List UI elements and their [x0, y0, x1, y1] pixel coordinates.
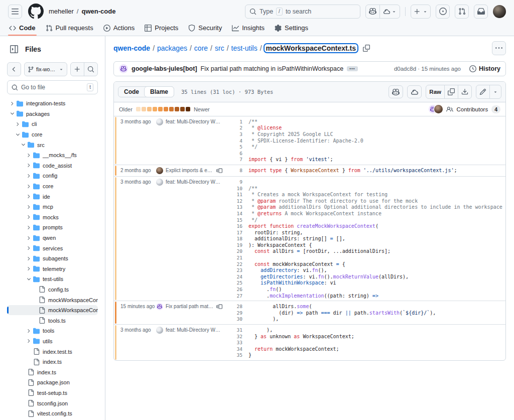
contributors-label[interactable]: Contributors	[457, 106, 488, 112]
tree-folder-ide[interactable]: ide	[7, 191, 98, 202]
breadcrumb-segment-core[interactable]: core	[194, 44, 208, 52]
line-number[interactable]: 8	[225, 168, 248, 173]
line-number[interactable]: 24	[225, 274, 248, 279]
chevron-right-icon[interactable]	[26, 204, 32, 210]
line-number[interactable]: 35	[225, 352, 248, 358]
pull-requests-button[interactable]	[455, 5, 469, 19]
line-number[interactable]: 25	[225, 280, 248, 286]
copilot-button[interactable]	[366, 5, 379, 18]
tree-file-test-setup.ts[interactable]: test-setup.ts	[7, 388, 98, 398]
edit-menu-button[interactable]	[489, 85, 501, 98]
new-file-button[interactable]	[71, 63, 84, 76]
tab-code[interactable]: Code	[5, 21, 40, 36]
breadcrumb-segment-test-utils[interactable]: test-utils	[231, 44, 258, 52]
tree-folder-tools[interactable]: tools	[7, 326, 98, 336]
tree-folder-test-utils[interactable]: test-utils	[7, 274, 98, 285]
edit-button[interactable]	[476, 85, 489, 98]
tree-folder-qwen[interactable]: qwen	[7, 233, 98, 243]
chevron-right-icon[interactable]	[26, 266, 32, 271]
chevron-right-icon[interactable]	[10, 101, 15, 106]
chevron-right-icon[interactable]	[26, 235, 32, 241]
tree-folder-code_assist[interactable]: code_assist	[7, 161, 98, 171]
inbox-button[interactable]	[474, 5, 488, 19]
tree-folder-core[interactable]: core	[7, 129, 98, 140]
tab-pull-requests[interactable]: Pull requests	[42, 21, 97, 36]
raw-button[interactable]: Raw	[426, 85, 444, 98]
tree-file-tools.ts[interactable]: tools.ts	[7, 315, 98, 326]
line-number[interactable]: 1	[225, 119, 248, 124]
code-tab[interactable]: Code	[118, 87, 145, 97]
tree-file-index.ts[interactable]: index.ts	[7, 367, 98, 377]
back-button[interactable]	[7, 62, 21, 76]
tree-folder-cli[interactable]: cli	[7, 119, 98, 129]
blame-commit-message[interactable]: feat: Multi-Directory Workspace ...	[166, 327, 222, 334]
commit-author-avatar[interactable]	[119, 64, 128, 73]
more-options-button[interactable]	[492, 41, 506, 55]
chevron-right-icon[interactable]	[26, 328, 32, 334]
chevron-down-icon[interactable]	[26, 276, 32, 282]
line-number[interactable]: 32	[225, 334, 248, 339]
line-number[interactable]: 6	[225, 151, 248, 156]
chevron-down-icon[interactable]	[10, 111, 15, 116]
commit-details-toggle[interactable]: •••	[347, 66, 357, 71]
line-number[interactable]: 15	[225, 217, 248, 223]
line-number[interactable]: 22	[225, 261, 248, 267]
chevron-right-icon[interactable]	[26, 163, 32, 168]
blame-author-avatar[interactable]	[156, 303, 163, 310]
open-with-button[interactable]	[407, 85, 422, 98]
contributor-avatar-user[interactable]	[434, 105, 443, 113]
tree-folder-integration-tests[interactable]: integration-tests	[7, 98, 98, 109]
line-number[interactable]: 2	[225, 125, 248, 130]
line-number[interactable]: 34	[225, 346, 248, 352]
tree-file-tsconfig.json[interactable]: tsconfig.json	[7, 398, 98, 408]
line-number[interactable]: 9	[225, 179, 248, 185]
chevron-right-icon[interactable]	[26, 153, 32, 158]
global-search-input[interactable]: Type / to search	[245, 5, 360, 19]
tree-folder-__mocks__/fs[interactable]: __mocks__/fs	[7, 150, 98, 161]
blame-commit-message[interactable]: Explict imports & exports with...	[166, 167, 214, 174]
line-number[interactable]: 27	[225, 293, 248, 299]
chevron-right-icon[interactable]	[26, 214, 32, 220]
line-number[interactable]: 21	[225, 255, 248, 260]
line-number[interactable]: 17	[225, 230, 248, 235]
tree-folder-utils[interactable]: utils	[7, 336, 98, 347]
tab-projects[interactable]: Projects	[141, 21, 182, 36]
breadcrumb-root[interactable]: qwen-code	[113, 44, 150, 52]
chevron-right-icon[interactable]	[26, 173, 32, 179]
chevron-right-icon[interactable]	[26, 225, 32, 230]
line-number[interactable]: 30	[225, 316, 248, 322]
context-owner-link[interactable]: meheller	[49, 8, 74, 15]
go-to-file-input[interactable]: Go to file t	[7, 80, 98, 94]
blame-commit-message[interactable]: feat: Multi-Directory Workspace ...	[166, 179, 222, 186]
create-new-button[interactable]	[411, 5, 431, 19]
breadcrumb-segment-packages[interactable]: packages	[157, 44, 187, 52]
tree-file-mockWorkspaceContext.ts[interactable]: mockWorkspaceContext.ts	[7, 305, 98, 316]
line-number[interactable]: 16	[225, 223, 248, 229]
blame-commit-message[interactable]: Fix partial path matching in is...	[166, 303, 214, 310]
view-blame-prior-button[interactable]	[216, 168, 222, 174]
tree-file-mockWorkspaceContext.test...[interactable]: mockWorkspaceContext.test...	[7, 295, 98, 305]
line-number[interactable]: 13	[225, 204, 248, 210]
tab-actions[interactable]: Actions	[99, 21, 139, 36]
download-button[interactable]	[458, 85, 471, 98]
tree-file-vitest.config.ts[interactable]: vitest.config.ts	[7, 408, 98, 419]
tree-folder-services[interactable]: services	[7, 243, 98, 253]
tree-file-package.json[interactable]: package.json	[7, 377, 98, 388]
blame-tab[interactable]: Blame	[144, 86, 174, 97]
tree-folder-config[interactable]: config	[7, 171, 98, 181]
tree-file-config.ts[interactable]: config.ts	[7, 285, 98, 295]
chevron-right-icon[interactable]	[26, 256, 32, 261]
line-number[interactable]: 29	[225, 310, 248, 316]
user-avatar[interactable]	[493, 5, 506, 18]
blame-author-avatar[interactable]	[156, 167, 163, 174]
chevron-right-icon[interactable]	[15, 121, 21, 127]
search-tree-button[interactable]	[84, 63, 97, 76]
blame-author-avatar[interactable]	[156, 118, 163, 125]
line-number[interactable]: 5	[225, 144, 248, 150]
branch-selector[interactable]: fix-workspace-...	[24, 62, 67, 76]
line-number[interactable]: 23	[225, 267, 248, 273]
line-number[interactable]: 7	[225, 157, 248, 162]
tree-folder-prompts[interactable]: prompts	[7, 222, 98, 233]
tree-folder-mocks[interactable]: mocks	[7, 212, 98, 223]
collapse-sidebar-button[interactable]	[7, 42, 21, 56]
